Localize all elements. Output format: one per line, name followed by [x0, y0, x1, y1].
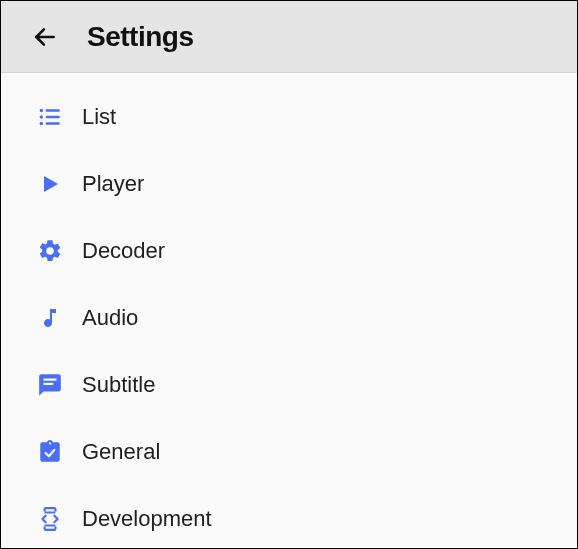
svg-point-3: [40, 121, 43, 124]
settings-screen: Settings List Player Decoder Audio: [1, 1, 577, 548]
settings-item-decoder[interactable]: Decoder: [1, 217, 577, 284]
settings-list: List Player Decoder Audio Subtitle: [1, 73, 577, 548]
settings-item-development[interactable]: Development: [1, 485, 577, 548]
settings-item-list[interactable]: List: [1, 83, 577, 150]
back-button[interactable]: [25, 17, 65, 57]
settings-item-general[interactable]: General: [1, 418, 577, 485]
settings-item-label: List: [82, 104, 116, 130]
list-icon: [36, 103, 64, 131]
page-title: Settings: [87, 21, 193, 53]
music-note-icon: [36, 304, 64, 332]
settings-item-player[interactable]: Player: [1, 150, 577, 217]
settings-item-label: Decoder: [82, 238, 165, 264]
settings-item-label: Subtitle: [82, 372, 155, 398]
settings-item-label: Player: [82, 171, 144, 197]
message-icon: [36, 371, 64, 399]
arrow-left-icon: [32, 24, 58, 50]
svg-rect-5: [46, 115, 60, 118]
settings-item-label: Development: [82, 506, 212, 532]
settings-item-label: General: [82, 439, 160, 465]
gear-icon: [36, 237, 64, 265]
svg-rect-8: [44, 378, 57, 380]
settings-item-label: Audio: [82, 305, 138, 331]
app-bar: Settings: [1, 1, 577, 73]
svg-rect-4: [46, 109, 60, 112]
settings-item-subtitle[interactable]: Subtitle: [1, 351, 577, 418]
svg-point-1: [40, 108, 43, 111]
svg-point-2: [40, 115, 43, 118]
svg-marker-7: [44, 176, 58, 192]
developer-mode-icon: [36, 505, 64, 533]
svg-rect-6: [46, 122, 60, 125]
play-icon: [36, 170, 64, 198]
settings-item-audio[interactable]: Audio: [1, 284, 577, 351]
clipboard-check-icon: [36, 438, 64, 466]
svg-rect-9: [44, 382, 54, 384]
